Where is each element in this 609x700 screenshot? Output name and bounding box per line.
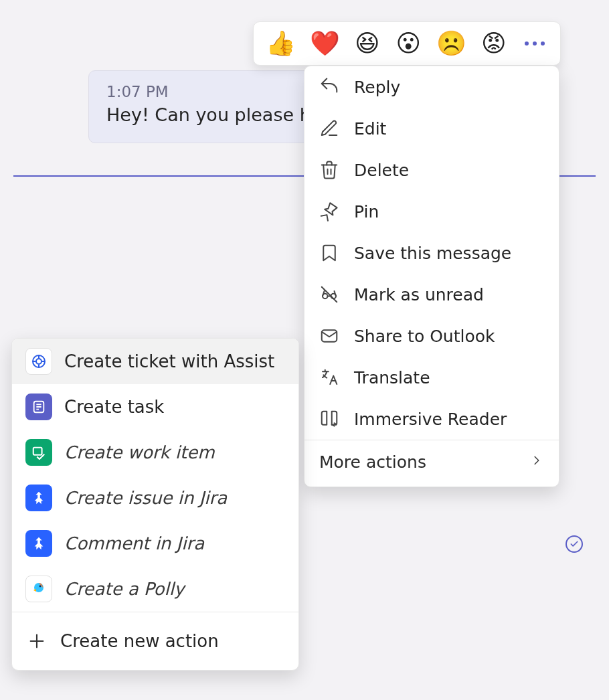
menu-item-immersive-reader[interactable]: Immersive Reader [304,398,559,440]
svg-point-5 [36,359,41,364]
menu-item-label: Edit [354,119,386,139]
reaction-angry[interactable]: 😡 [481,29,507,58]
jira-app-icon [25,485,52,511]
reaction-toolbar: 👍 ❤️ 😆 😮 ☹️ 😡 [253,21,561,66]
menu-item-translate[interactable]: Translate [304,357,559,398]
menu-item-pin[interactable]: Pin [304,191,559,232]
svg-rect-14 [33,448,42,455]
menu-item-label: Delete [354,161,409,180]
action-create-task[interactable]: Create task [12,384,298,430]
assist-app-icon [25,348,52,375]
action-label: Create work item [64,442,215,462]
reaction-more-button[interactable] [522,29,549,58]
menu-item-label: Translate [354,368,430,387]
action-label: Create task [64,397,164,417]
translate-icon [319,367,339,387]
jira-app-icon [25,530,52,557]
reaction-sad[interactable]: ☹️ [436,29,466,58]
menu-item-mark-unread[interactable]: Mark as unread [304,274,559,315]
menu-item-label: Save this message [354,244,511,263]
azure-boards-app-icon [25,439,52,466]
menu-item-save[interactable]: Save this message [304,232,559,274]
reply-icon [319,77,339,97]
menu-item-label: Reply [354,78,400,97]
menu-item-more-actions[interactable]: More actions [304,440,559,487]
action-create-issue-jira[interactable]: Create issue in Jira [12,475,298,521]
glasses-off-icon [319,284,339,304]
menu-item-edit[interactable]: Edit [304,108,559,149]
tasks-app-icon [25,393,52,420]
menu-item-delete[interactable]: Delete [304,149,559,191]
action-create-new[interactable]: Create new action [12,612,298,670]
action-comment-jira[interactable]: Comment in Jira [12,521,298,566]
svg-rect-3 [322,330,337,342]
menu-item-share-outlook[interactable]: Share to Outlook [304,315,559,357]
action-label: Create a Polly [64,579,184,599]
action-create-work-item[interactable]: Create work item [12,430,298,475]
reaction-laugh[interactable]: 😆 [354,29,381,58]
action-create-polly[interactable]: Create a Polly [12,566,298,612]
menu-item-reply[interactable]: Reply [304,66,559,108]
menu-item-label: Share to Outlook [354,327,495,346]
reaction-heart[interactable]: ❤️ [310,29,339,58]
polly-app-icon [25,576,52,602]
pin-icon [319,201,339,222]
action-label: Create issue in Jira [64,488,227,508]
trash-icon [319,160,339,180]
mail-icon [319,326,339,346]
action-create-ticket-assist[interactable]: Create ticket with Assist [12,339,298,384]
reaction-surprised[interactable]: 😮 [396,29,422,58]
bookmark-icon [319,243,339,263]
plus-icon [25,630,48,652]
menu-item-label: Immersive Reader [354,410,507,429]
menu-item-label: Mark as unread [354,285,484,304]
action-label: Comment in Jira [64,533,204,553]
menu-item-label: Pin [354,202,379,222]
message-context-menu: Reply Edit Delete Pin Save this message [304,66,559,487]
menu-item-label: More actions [319,452,426,472]
action-label: Create new action [60,631,219,651]
edit-icon [319,118,339,139]
svg-point-17 [39,586,41,588]
action-label: Create ticket with Assist [64,351,274,371]
more-actions-submenu: Create ticket with Assist Create task Cr… [11,338,299,671]
reader-icon [319,409,339,429]
sent-status-icon [566,535,583,553]
chevron-right-icon [529,452,544,472]
reaction-like[interactable]: 👍 [266,29,295,58]
